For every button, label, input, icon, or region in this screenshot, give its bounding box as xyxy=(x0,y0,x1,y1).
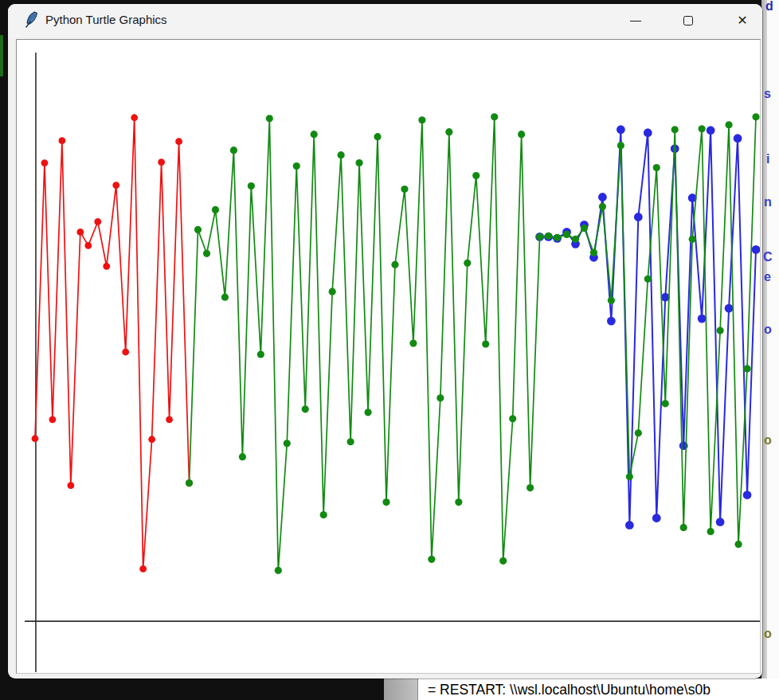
green-series-point xyxy=(734,541,742,548)
green-series-point xyxy=(418,116,425,123)
green-series-point xyxy=(186,479,193,487)
blue-series-point xyxy=(617,125,625,134)
green-series-point xyxy=(311,131,318,138)
green-series-point xyxy=(329,288,336,295)
red-series-point xyxy=(32,435,39,442)
occluded-letter: o xyxy=(764,323,772,336)
green-series-point xyxy=(689,236,696,243)
green-series-point xyxy=(680,524,687,531)
title-bar[interactable]: Python Turtle Graphics ✕ xyxy=(8,4,762,37)
red-series-point xyxy=(166,416,173,423)
green-series-point xyxy=(554,234,561,241)
green-series-point xyxy=(455,499,462,506)
green-series-point xyxy=(699,125,706,132)
idle-shell-output[interactable]: = RESTART: \\wsl.localhost\Ubuntu\home\s… xyxy=(417,678,779,700)
green-series-point xyxy=(599,203,606,210)
blue-series-point xyxy=(716,518,725,526)
blue-series-point xyxy=(652,514,661,522)
green-series-point xyxy=(518,131,525,138)
background-window-fragment xyxy=(0,35,3,76)
green-series-point xyxy=(509,415,516,422)
red-series-point xyxy=(139,565,147,573)
red-series-point xyxy=(94,218,101,225)
blue-series-point xyxy=(698,315,707,323)
green-series-point xyxy=(374,133,381,140)
occluded-letter: n xyxy=(764,196,772,209)
green-series-point xyxy=(581,225,588,232)
green-series-point xyxy=(563,231,570,238)
green-series-point xyxy=(472,172,480,179)
green-series-point xyxy=(194,226,202,233)
background-shell-edge xyxy=(384,678,417,700)
occluded-letter: o xyxy=(764,434,772,447)
blue-series-point xyxy=(598,193,607,201)
turtle-canvas-svg xyxy=(16,39,761,674)
blue-series-point xyxy=(634,213,643,221)
canvas-frame xyxy=(16,39,762,675)
blue-series-point xyxy=(644,128,652,137)
green-series-point xyxy=(617,142,624,149)
close-button[interactable]: ✕ xyxy=(724,4,761,37)
green-series-point xyxy=(626,473,633,480)
green-series-point xyxy=(743,365,750,372)
green-series-point xyxy=(635,429,642,436)
green-series-point xyxy=(248,182,255,190)
minimize-button[interactable] xyxy=(617,4,654,37)
red-series-point xyxy=(112,182,119,189)
green-series-point xyxy=(717,327,724,334)
green-series-point xyxy=(257,350,264,358)
minimize-icon xyxy=(630,21,641,22)
green-series-point xyxy=(401,186,408,193)
blue-series-point xyxy=(625,521,634,530)
green-series-point xyxy=(212,206,219,213)
red-series-point xyxy=(158,158,165,166)
close-icon: ✕ xyxy=(737,14,747,27)
green-series-point xyxy=(266,115,273,122)
shell-restart-text: = RESTART: \\wsl.localhost\Ubuntu\home\s… xyxy=(428,682,710,698)
maximize-icon xyxy=(683,16,693,25)
red-series-point xyxy=(103,263,110,270)
desktop-background: dsinCeooo = RESTART: \\wsl.localhost\Ubu… xyxy=(0,0,779,700)
green-series-point xyxy=(752,113,759,120)
green-series-point xyxy=(284,440,291,447)
green-series-point xyxy=(320,511,327,518)
green-series-point xyxy=(671,126,679,133)
green-series-point xyxy=(536,233,543,241)
green-series-point xyxy=(653,164,660,171)
green-series-line xyxy=(190,117,756,571)
occluded-letter: s xyxy=(764,88,771,100)
red-series-point xyxy=(41,159,49,166)
blue-series-point xyxy=(707,126,715,135)
blue-series-point xyxy=(725,304,734,313)
red-series-point xyxy=(122,349,129,356)
blue-series-point xyxy=(752,245,761,254)
blue-series-point xyxy=(743,491,752,499)
occluded-letter: C xyxy=(763,251,773,264)
green-series-point xyxy=(445,128,452,135)
maximize-button[interactable] xyxy=(670,4,707,37)
green-series-point xyxy=(275,567,282,574)
turtle-graphics-window: Python Turtle Graphics ✕ xyxy=(8,4,762,678)
green-series-point xyxy=(725,121,732,128)
green-series-point xyxy=(409,339,417,346)
green-series-point xyxy=(293,162,300,170)
green-series-point xyxy=(428,556,435,563)
green-series-point xyxy=(545,233,552,240)
red-series-point xyxy=(175,138,182,145)
window-title: Python Turtle Graphics xyxy=(45,13,167,26)
green-series-point xyxy=(391,261,398,268)
occluded-letter: o xyxy=(764,628,772,640)
green-series-point xyxy=(203,250,210,257)
occluded-letter: i xyxy=(766,153,769,166)
green-series-point xyxy=(230,147,237,154)
green-series-point xyxy=(572,236,579,243)
green-series-point xyxy=(707,528,714,535)
occluded-text-fragments: dsinCeooo xyxy=(761,0,779,679)
red-series-point xyxy=(49,416,57,423)
green-series-point xyxy=(527,484,534,491)
red-series-point xyxy=(76,229,84,236)
red-series-line xyxy=(35,118,190,569)
green-series-point xyxy=(382,499,390,506)
occluded-letter: e xyxy=(764,271,771,284)
green-series-point xyxy=(499,557,507,565)
